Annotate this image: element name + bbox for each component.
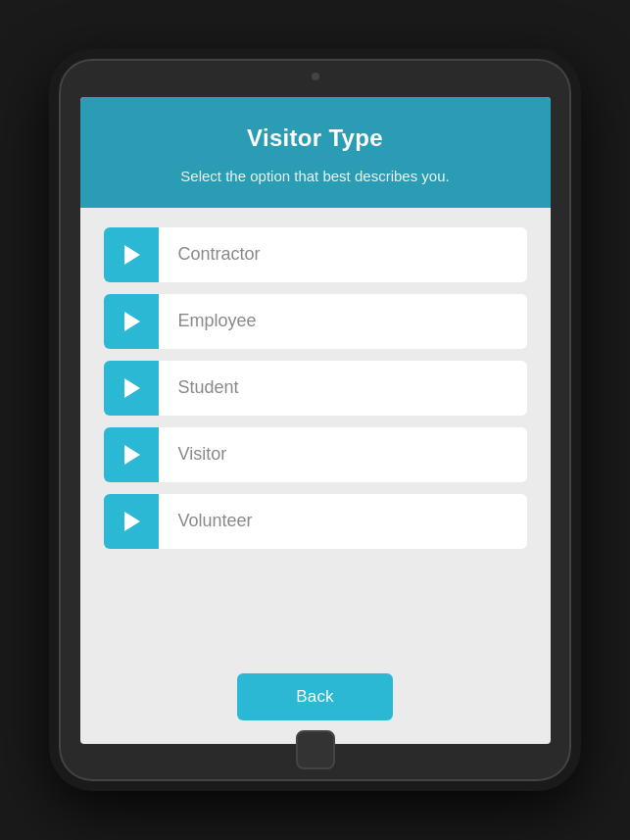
option-label-contractor: Contractor	[159, 244, 280, 265]
option-label-employee: Employee	[159, 311, 276, 331]
back-button[interactable]: Back	[237, 673, 393, 720]
option-label-volunteer: Volunteer	[159, 511, 272, 531]
screen: Visitor Type Select the option that best…	[80, 97, 551, 744]
option-label-visitor: Visitor	[159, 444, 247, 465]
option-contractor[interactable]: Contractor	[104, 227, 527, 282]
page-title: Visitor Type	[100, 124, 531, 152]
page-subtitle: Select the option that best describes yo…	[100, 168, 531, 184]
header: Visitor Type Select the option that best…	[80, 97, 551, 208]
option-icon-volunteer	[104, 494, 159, 549]
options-list: Contractor Employee Student Visitor	[80, 208, 551, 658]
option-student[interactable]: Student	[104, 361, 527, 416]
footer: Back	[80, 658, 551, 744]
option-icon-visitor	[104, 427, 159, 482]
tablet-frame: Visitor Type Select the option that best…	[49, 49, 581, 791]
play-icon	[124, 245, 140, 265]
option-employee[interactable]: Employee	[104, 294, 527, 349]
play-icon	[124, 512, 140, 531]
option-icon-contractor	[104, 227, 159, 282]
option-icon-employee	[104, 294, 159, 349]
option-icon-student	[104, 361, 159, 416]
play-icon	[124, 445, 140, 465]
option-volunteer[interactable]: Volunteer	[104, 494, 527, 549]
play-icon	[124, 312, 140, 331]
play-icon	[124, 378, 140, 398]
option-label-student: Student	[159, 377, 259, 398]
option-visitor[interactable]: Visitor	[104, 427, 527, 482]
